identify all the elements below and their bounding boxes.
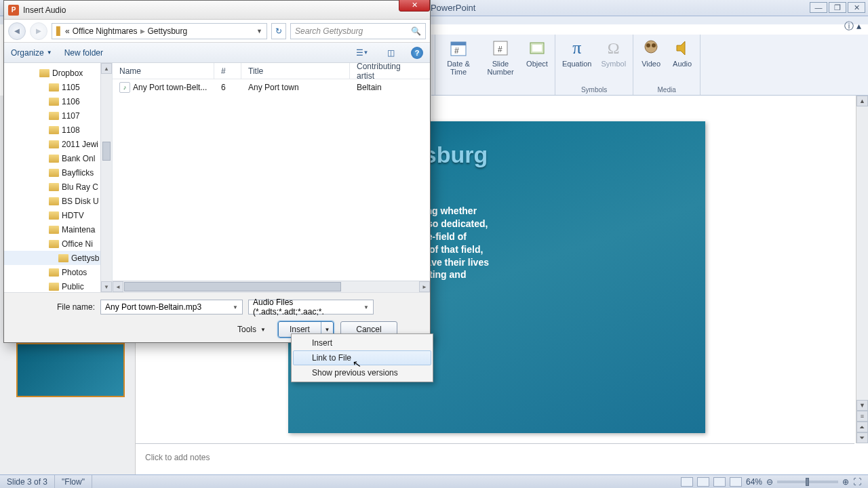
statusbar: Slide 3 of 3 "Flow" 64% ⊖ ⊕ ⛶ [0, 474, 868, 488]
insert-dropdown-menu: Insert Link to File Show previous versio… [291, 333, 433, 382]
tree-item[interactable]: 1106 [4, 94, 112, 108]
minimize-button[interactable]: — [810, 2, 827, 13]
filename-input[interactable]: Any Port town-Beltain.mp3▼ [100, 300, 243, 314]
insert-audio-dialog: P Insert Audio ✕ ◄ ► ▋ « Office Nightmar… [3, 0, 431, 343]
dialog-titlebar: P Insert Audio ✕ [4, 1, 430, 20]
tree-item[interactable]: Maintena [4, 222, 112, 237]
filetype-filter[interactable]: Audio Files (*.adts;*.adt;*.aac;*.▼ [248, 300, 374, 314]
video-button[interactable]: Video [637, 36, 665, 69]
svg-point-9 [652, 43, 656, 47]
forward-button[interactable]: ► [30, 22, 47, 40]
zoom-slider[interactable] [777, 481, 838, 483]
symbol-button[interactable]: Ω Symbol [598, 36, 629, 69]
view-options-button[interactable]: ☰ ▼ [354, 45, 370, 60]
tree-item[interactable]: Bayflicks [4, 165, 112, 180]
view-slideshow-button[interactable] [730, 477, 742, 487]
notes-placeholder: Click to add notes [145, 453, 210, 462]
view-reading-button[interactable] [713, 477, 726, 487]
tree-item[interactable]: Blu Ray C [4, 180, 112, 194]
breadcrumb-seg2[interactable]: Gettysburg [148, 26, 188, 36]
back-button[interactable]: ◄ [8, 22, 26, 40]
menu-insert[interactable]: Insert [293, 336, 431, 350]
audio-button[interactable]: Audio [669, 36, 696, 69]
new-folder-button[interactable]: New folder [64, 48, 103, 58]
svg-point-7 [645, 41, 657, 53]
ribbon: # Date & Time # Slide Number Object π Eq… [431, 35, 868, 96]
tree-item[interactable]: Office Ni [4, 237, 112, 251]
svg-text:#: # [454, 46, 459, 56]
file-list-header[interactable]: Name # Title Contributing artist [113, 63, 430, 79]
tools-button[interactable]: Tools ▼ [237, 325, 266, 334]
vertical-scrollbar[interactable]: ▲ ▼ ≡ ⏶ ⏷ [856, 96, 868, 443]
tree-item[interactable]: Bank Onl [4, 151, 112, 165]
tree-item[interactable]: 1105 [4, 80, 112, 94]
tree-item[interactable]: Public [4, 279, 112, 292]
col-artist[interactable]: Contributing artist [350, 63, 418, 79]
fit-button[interactable]: ⛶ [853, 477, 861, 487]
status-slide: Slide 3 of 3 [0, 475, 55, 488]
tree-item[interactable]: BS Disk U [4, 194, 112, 208]
slide-thumbnail-3[interactable] [16, 343, 125, 397]
file-list[interactable]: Name # Title Contributing artist Any Por… [113, 63, 430, 292]
view-sorter-button[interactable] [697, 477, 709, 487]
dialog-close-button[interactable]: ✕ [399, 0, 430, 12]
dialog-title: Insert Audio [23, 5, 66, 15]
restore-button[interactable]: ❐ [829, 2, 846, 13]
powerpoint-icon: P [8, 5, 19, 16]
svg-rect-6 [532, 45, 542, 52]
search-icon: 🔍 [411, 26, 421, 36]
view-normal-button[interactable] [681, 477, 693, 487]
tree-item[interactable]: 1107 [4, 108, 112, 123]
col-num[interactable]: # [214, 63, 241, 79]
object-button[interactable]: Object [524, 36, 551, 77]
file-row[interactable]: Any Port town-Belt... 6 Any Port town Be… [113, 79, 430, 96]
folder-tree[interactable]: Dropbox11051106110711082011 JewiBank Onl… [4, 63, 113, 292]
date-time-button[interactable]: # Date & Time [439, 36, 477, 77]
file-list-hscroll[interactable]: ◄► [113, 281, 430, 292]
preview-pane-button[interactable]: ◫ [382, 45, 399, 60]
help-button[interactable]: ? [411, 47, 423, 59]
ribbon-help-icon[interactable]: ⓘ ▴ [844, 20, 861, 33]
tree-item[interactable]: 1108 [4, 123, 112, 137]
equation-button[interactable]: π Equation [559, 36, 594, 69]
svg-text:#: # [498, 45, 502, 54]
dialog-nav: ◄ ► ▋ « Office Nightmares ▶ Gettysburg ▼… [4, 20, 430, 43]
dialog-toolbar: Organize ▼ New folder ☰ ▼ ◫ ? [4, 43, 430, 63]
address-bar[interactable]: ▋ « Office Nightmares ▶ Gettysburg ▼ [52, 23, 267, 39]
col-name[interactable]: Name [113, 63, 214, 79]
svg-rect-1 [451, 42, 466, 45]
col-title[interactable]: Title [241, 63, 350, 79]
close-button[interactable]: ✕ [848, 2, 865, 13]
notes-pane[interactable]: Click to add notes [136, 443, 854, 474]
breadcrumb-seg1[interactable]: Office Nightmares [73, 26, 138, 36]
menu-link-to-file[interactable]: Link to File [293, 350, 431, 365]
zoom-out-button[interactable]: ⊖ [766, 477, 773, 487]
status-theme: "Flow" [55, 475, 92, 488]
audio-file-icon [119, 82, 130, 93]
search-input[interactable]: Search Gettysburg 🔍 [290, 23, 426, 39]
svg-point-8 [646, 43, 650, 47]
zoom-in-button[interactable]: ⊕ [842, 477, 849, 487]
filename-label: File name: [14, 302, 95, 312]
menu-show-previous-versions[interactable]: Show previous versions [293, 365, 431, 380]
organize-button[interactable]: Organize ▼ [11, 48, 52, 58]
tree-item[interactable]: 2011 Jewi [4, 137, 112, 151]
tree-item[interactable]: Photos [4, 265, 112, 279]
tree-item[interactable]: Dropbox [4, 66, 112, 80]
refresh-button[interactable]: ↻ [271, 23, 286, 39]
tree-item[interactable]: HDTV [4, 208, 112, 222]
zoom-value: 64% [746, 477, 762, 487]
tree-item[interactable]: Gettysb [4, 251, 112, 265]
slide-number-button[interactable]: # Slide Number [481, 36, 519, 77]
